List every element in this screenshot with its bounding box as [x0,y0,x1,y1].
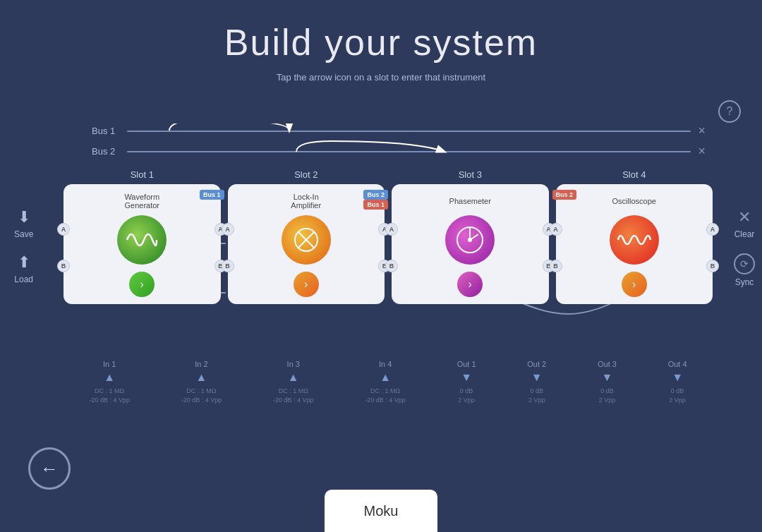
sync-button[interactable]: ⟳ Sync [734,253,755,287]
slot3-arrow-btn[interactable]: › [457,272,483,297]
slot3-card[interactable]: A A Phasemeter B B › [392,184,549,304]
slot4-port-a-left[interactable]: A [550,223,562,236]
slot1-bus-badge: Bus 1 [200,190,224,200]
slot4-port-a-right[interactable]: A [706,223,719,236]
slot2-instrument-icon [282,215,331,265]
output2-arrow[interactable]: ▼ [531,371,543,384]
output1-spec: 0 dB2 Vpp [458,387,475,404]
clear-label: Clear [734,229,755,239]
output4-col: Out 4 ▼ 0 dB2 Vpp [668,360,687,404]
slot1-arrow-icon: › [140,278,144,291]
slot4-port-b-left[interactable]: B [550,260,562,272]
slot1-port-b-left[interactable]: B [57,260,70,272]
bus1-label: Bus 1 [92,126,127,136]
save-icon: ⬇ [18,208,30,226]
slot3-arrow-icon: › [468,278,472,291]
input2-col: In 2 ▲ DC : 1 MΩ-20 dB : 4 Vpp [181,360,222,404]
slot1-instrument-name: WaveformGenerator [124,191,159,211]
sync-icon: ⟳ [734,253,755,274]
output3-arrow[interactable]: ▼ [602,371,613,384]
slot1-arrow-btn[interactable]: › [129,272,155,297]
slot1-port-a-left[interactable]: A [57,223,70,236]
slot1-card[interactable]: Bus 1 A A WaveformGenerator B B › [64,184,221,304]
output3-spec: 0 dB2 Vpp [599,387,616,404]
slot4-arrow-icon: › [632,278,636,291]
bus1-close[interactable]: × [698,123,706,138]
slot4-instrument-icon [610,215,659,265]
save-label: Save [14,229,33,239]
slot2-arrow-icon: › [304,278,308,291]
input1-col: In 1 ▲ DC : 1 MΩ-20 dB : 4 Vpp [89,360,130,404]
slot2-title: Slot 2 [294,169,318,180]
output1-label: Out 1 [457,360,476,368]
slot2-wrapper: Slot 2 Bus 2 Bus 1 A A Lock-InAmplifier … [228,169,385,304]
page-title: Build your system [0,0,762,64]
slot2-arrow-btn[interactable]: › [294,272,319,297]
slot2-bus1-badge: Bus 1 [363,200,388,210]
input4-arrow[interactable]: ▲ [380,371,391,384]
slot2-bus2-badge: Bus 2 [363,190,388,200]
slot4-bus-badge: Bus 2 [552,190,577,200]
output3-col: Out 3 ▼ 0 dB2 Vpp [598,360,617,404]
input3-col: In 3 ▲ DC : 1 MΩ-20 dB : 4 Vpp [273,360,314,404]
load-icon: ⬆ [18,253,30,272]
slot4-card[interactable]: Bus 2 A A Oscilloscope B B › [556,184,713,304]
io-section: In 1 ▲ DC : 1 MΩ-20 dB : 4 Vpp In 2 ▲ DC… [64,360,713,404]
slot2-port-b-left[interactable]: B [222,260,234,272]
help-button[interactable]: ? [718,100,741,123]
slot3-instrument-icon [445,215,495,265]
output4-label: Out 4 [668,360,687,368]
bus-container: Bus 1 × Bus 2 × [92,123,706,164]
bus2-label: Bus 2 [92,146,127,157]
clear-button[interactable]: ✕ Clear [734,208,755,239]
slots-area: Slot 1 Bus 1 A A WaveformGenerator B B ›… [64,169,713,304]
input4-col: In 4 ▲ DC : 1 MΩ-20 dB : 4 Vpp [365,360,406,404]
right-actions: ✕ Clear ⟳ Sync [734,208,755,287]
slot3-wrapper: Slot 3 A A Phasemeter B B › [392,169,549,304]
input2-label: In 2 [195,360,207,368]
input3-label: In 3 [287,360,300,368]
output2-label: Out 2 [527,360,546,368]
input1-spec: DC : 1 MΩ-20 dB : 4 Vpp [89,387,130,404]
load-label: Load [14,274,33,284]
slot4-instrument-name: Oscilloscope [612,191,656,211]
load-button[interactable]: ⬆ Load [14,253,33,284]
sync-label: Sync [735,277,754,287]
input2-arrow[interactable]: ▲ [196,371,207,384]
output3-label: Out 3 [598,360,617,368]
output4-arrow[interactable]: ▼ [672,371,683,384]
slot2-port-a-left[interactable]: A [222,223,234,236]
input3-spec: DC : 1 MΩ-20 dB : 4 Vpp [273,387,314,404]
slot2-card[interactable]: Bus 2 Bus 1 A A Lock-InAmplifier B B › [228,184,385,304]
input1-label: In 1 [103,360,116,368]
output2-col: Out 2 ▼ 0 dB2 Vpp [527,360,546,404]
left-actions: ⬇ Save ⬆ Load [14,208,33,284]
bus1-row: Bus 1 × [92,123,706,138]
bus1-line [127,131,691,132]
slot1-instrument-icon [117,215,167,265]
slot3-port-b-left[interactable]: B [385,260,398,272]
bus2-line [127,151,691,152]
input2-spec: DC : 1 MΩ-20 dB : 4 Vpp [181,387,222,404]
input4-spec: DC : 1 MΩ-20 dB : 4 Vpp [365,387,406,404]
output1-col: Out 1 ▼ 0 dB2 Vpp [457,360,476,404]
clear-icon: ✕ [738,208,751,226]
bus2-row: Bus 2 × [92,144,706,159]
slot1-title: Slot 1 [131,169,154,180]
slot4-arrow-btn[interactable]: › [622,272,647,297]
slot4-wrapper: Slot 4 Bus 2 A A Oscilloscope B B › [556,169,713,304]
instruction-text: Tap the arrow icon on a slot to enter th… [0,72,762,83]
bus2-close[interactable]: × [698,144,706,159]
input3-arrow[interactable]: ▲ [288,371,299,384]
slot4-title: Slot 4 [622,169,646,180]
output1-arrow[interactable]: ▼ [461,371,472,384]
save-button[interactable]: ⬇ Save [14,208,33,239]
moku-label: Moku [364,503,399,519]
input1-arrow[interactable]: ▲ [104,371,115,384]
back-button[interactable]: ← [28,447,71,490]
output4-spec: 0 dB2 Vpp [669,387,686,404]
slot3-port-a-left[interactable]: A [385,223,398,236]
slot3-title: Slot 3 [459,169,482,180]
svg-point-6 [468,238,472,242]
slot4-port-b-right[interactable]: B [706,260,719,272]
